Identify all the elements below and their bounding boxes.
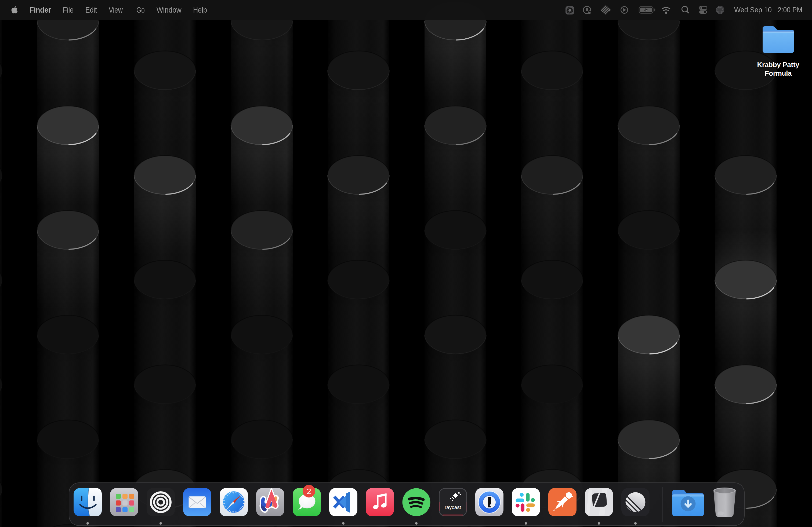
svg-text:raycast: raycast <box>445 505 461 510</box>
